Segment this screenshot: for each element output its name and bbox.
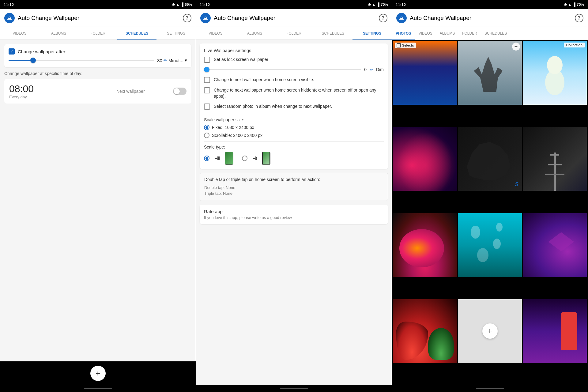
photo-cell-5[interactable]: S <box>458 127 522 191</box>
tab-folder-1[interactable]: FOLDER <box>78 27 118 40</box>
dropdown-arrow[interactable]: ▾ <box>185 58 187 63</box>
photo-cell-6[interactable] <box>523 127 587 191</box>
time-3: 11:12 <box>396 2 406 7</box>
status-bar-3: 11:12 ⊙ ▲ ▐ 70% <box>392 0 588 9</box>
home-visible-label: Change to next wallpaper when home scree… <box>214 77 314 83</box>
tab-videos-2[interactable]: VIDEOS <box>196 27 235 40</box>
photo-cell-1[interactable]: Selects <box>393 41 457 105</box>
tab-videos-3[interactable]: VIDEOS <box>415 27 436 40</box>
random-photo-row: Select random photo in album when change… <box>204 104 384 110</box>
wifi-icon-2: ▲ <box>372 2 376 7</box>
slider-unit: Minut... <box>168 58 183 63</box>
change-after-checkbox[interactable]: ✓ <box>9 48 15 55</box>
fill-radio[interactable] <box>204 156 209 161</box>
tab-settings-1[interactable]: SETTINGS <box>156 27 196 40</box>
photo-cell-3[interactable]: Collection <box>523 41 587 105</box>
add-overlay-2[interactable]: + <box>512 43 520 51</box>
photo-cell-9[interactable] <box>523 213 587 277</box>
fit-radio[interactable] <box>242 156 247 161</box>
tab-folder-2[interactable]: FOLDER <box>274 27 314 40</box>
fixed-radio[interactable] <box>204 125 209 130</box>
selects-checkbox[interactable] <box>397 43 401 47</box>
notification-icon-3: ⊙ <box>564 2 567 7</box>
tab-videos-1[interactable]: VIDEOS <box>0 27 39 40</box>
notification-icon-1: ⊙ <box>172 2 175 7</box>
fit-label: Fit <box>252 156 257 161</box>
help-button-3[interactable]: ? <box>575 14 583 22</box>
battery-icon-2: 70% <box>381 2 388 7</box>
tab-settings-2[interactable]: SETTINGS <box>352 27 392 40</box>
tap-action-card: Double tap or triple tap on home screen … <box>200 173 388 201</box>
time-display: 08:00 Every day <box>9 83 88 99</box>
schedules-content: ✓ Change wallpaper after: 30 ✏ Minut... … <box>0 40 196 361</box>
time-text: 08:00 <box>9 83 88 95</box>
add-schedule-fab[interactable]: + <box>90 366 106 381</box>
divider-2 <box>204 141 384 141</box>
random-photo-checkbox[interactable] <box>204 104 210 110</box>
slider-row: 30 ✏ Minut... ▾ <box>9 58 187 63</box>
signal-icon-3: ▐ <box>573 2 575 7</box>
app-header-1: ⛰ Auto Change Wallpaper ? <box>0 9 196 27</box>
photos-panel: 11:12 ⊙ ▲ ▐ 70% ⛰ Auto Change Wallpaper … <box>392 0 588 392</box>
slider-track[interactable] <box>9 60 154 61</box>
fixed-label: Fixed: 1080 x 2400 px <box>212 125 254 130</box>
time-toggle[interactable] <box>173 88 187 95</box>
home-indicator-2 <box>280 388 308 389</box>
tab-bar-3: PHOTOS VIDEOS ALBUMS FOLDER SCHEDULES <box>392 27 588 40</box>
photo-cell-8[interactable] <box>458 213 522 277</box>
tab-schedules-2[interactable]: SCHEDULES <box>313 27 352 40</box>
help-button-1[interactable]: ? <box>183 14 191 22</box>
photos-grid: Selects + Collection <box>392 40 588 385</box>
triple-tap-row[interactable]: Triple tap: None <box>204 191 383 196</box>
collection-overlay[interactable]: Collection <box>564 43 585 47</box>
dim-edit-icon[interactable]: ✏ <box>370 67 373 72</box>
home-indicator-3 <box>476 388 504 389</box>
live-wallpaper-title: Live Wallpaper settings <box>204 48 384 53</box>
change-after-label: Change wallpaper after: <box>18 49 66 54</box>
tab-photos-3[interactable]: PHOTOS <box>392 27 415 40</box>
change-after-row: ✓ Change wallpaper after: <box>9 48 187 55</box>
slider-thumb[interactable] <box>30 58 36 63</box>
wifi-icon-3: ▲ <box>568 2 572 7</box>
dim-slider-thumb[interactable] <box>204 67 209 72</box>
rate-app-card: Rate app If you love this app, please wr… <box>200 205 388 224</box>
specific-time-label: Change wallpaper at specific time of day… <box>4 71 191 76</box>
app-icon-1: ⛰ <box>4 13 15 23</box>
tab-albums-3[interactable]: ALBUMS <box>436 27 458 40</box>
dim-value: 0 <box>364 67 367 72</box>
help-button-2[interactable]: ? <box>379 14 387 22</box>
scale-type-title: Scale type: <box>204 145 384 149</box>
app-icon-2: ⛰ <box>200 13 211 23</box>
battery-icon-3: 70% <box>577 2 584 7</box>
tab-folder-3[interactable]: FOLDER <box>458 27 481 40</box>
tab-schedules-1[interactable]: SCHEDULES <box>117 27 156 40</box>
scrollable-label: Scrollable: 2400 x 2400 px <box>212 133 262 138</box>
home-visible-checkbox[interactable] <box>204 77 210 83</box>
time-2: 11:12 <box>200 2 210 7</box>
photo-cell-4[interactable] <box>393 127 457 191</box>
tab-schedules-3[interactable]: SCHEDULES <box>481 27 511 40</box>
dim-slider-track[interactable] <box>204 69 361 70</box>
fit-phone-thumb <box>262 152 270 165</box>
lock-screen-row: Set as lock screen wallpaper <box>204 57 384 63</box>
rate-title: Rate app <box>204 209 384 214</box>
change-after-card: ✓ Change wallpaper after: 30 ✏ Minut... … <box>4 44 191 67</box>
battery-icon-1: 69% <box>185 2 192 7</box>
fill-label: Fill <box>214 156 220 161</box>
dim-label: Dim <box>376 67 384 72</box>
photo-cell-add[interactable]: + <box>458 299 522 363</box>
edit-icon[interactable]: ✏ <box>164 58 167 63</box>
tab-albums-2[interactable]: ALBUMS <box>235 27 274 40</box>
slider-value-display: 30 ✏ Minut... ▾ <box>157 58 187 63</box>
photo-cell-7[interactable] <box>393 213 457 277</box>
photo-cell-10[interactable] <box>393 299 457 363</box>
add-photo-fab[interactable]: + <box>482 323 498 339</box>
photo-cell-11[interactable] <box>523 299 587 363</box>
home-hidden-checkbox[interactable] <box>204 87 210 93</box>
photo-cell-2[interactable]: + <box>458 41 522 105</box>
lock-screen-checkbox[interactable] <box>204 57 210 63</box>
scrollable-radio[interactable] <box>204 133 209 138</box>
tab-albums-1[interactable]: ALBUMS <box>39 27 78 40</box>
selects-overlay[interactable]: Selects <box>395 43 416 48</box>
double-tap-row[interactable]: Double tap: None <box>204 185 383 190</box>
